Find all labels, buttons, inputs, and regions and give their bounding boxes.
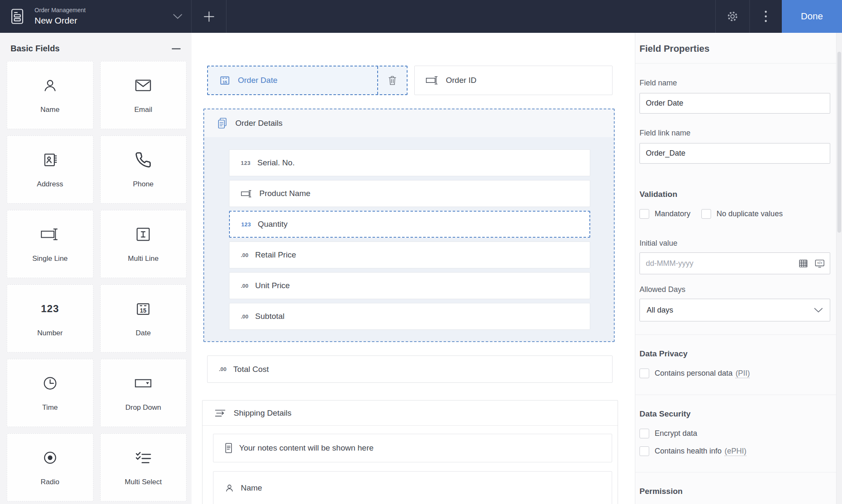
palette-multi-line-field[interactable]: Multi Line bbox=[100, 210, 187, 278]
palette-radio-field[interactable]: Radio bbox=[7, 433, 93, 501]
calendar-icon: 15 bbox=[219, 74, 231, 86]
subtotal-field[interactable]: .00 Subtotal bbox=[229, 303, 590, 330]
panel-title: Field Properties bbox=[639, 43, 830, 54]
name-field[interactable]: Name bbox=[213, 471, 612, 504]
order-details-body: 123 Serial. No. Product Name 123 Quantit… bbox=[204, 137, 614, 341]
palette-address-field[interactable]: Address bbox=[7, 135, 93, 204]
no-duplicate-label: No duplicate values bbox=[717, 210, 783, 218]
shipping-details-title: Shipping Details bbox=[234, 409, 291, 418]
data-privacy-options: Contains personal data (PII) bbox=[639, 369, 830, 378]
palette-email-field[interactable]: Email bbox=[100, 61, 187, 129]
delete-field-button[interactable] bbox=[378, 66, 407, 94]
single-line-icon bbox=[241, 189, 253, 198]
palette-single-line-field[interactable]: Single Line bbox=[7, 210, 93, 278]
person-icon bbox=[42, 76, 59, 95]
basic-fields-header[interactable]: Basic Fields bbox=[0, 33, 192, 61]
order-date-label: Order Date bbox=[238, 76, 277, 85]
order-details-section[interactable]: Order Details 123 Serial. No. Product Na… bbox=[203, 109, 615, 342]
radio-icon bbox=[42, 448, 59, 467]
shipping-details-header[interactable]: Shipping Details bbox=[203, 401, 618, 426]
unit-price-field[interactable]: .00 Unit Price bbox=[229, 272, 590, 299]
mandatory-checkbox[interactable] bbox=[639, 209, 649, 219]
palette-label: Name bbox=[40, 106, 59, 114]
order-details-title: Order Details bbox=[235, 119, 282, 128]
total-cost-field[interactable]: .00 Total Cost bbox=[207, 355, 613, 383]
shipping-details-section[interactable]: Shipping Details Your notes content will… bbox=[202, 400, 618, 504]
retail-price-field[interactable]: .00 Retail Price bbox=[229, 241, 590, 268]
product-name-field[interactable]: Product Name bbox=[229, 180, 590, 207]
no-duplicate-checkbox[interactable] bbox=[701, 209, 711, 219]
dropdown-box-icon bbox=[134, 374, 152, 393]
order-details-header[interactable]: Order Details bbox=[204, 109, 614, 138]
order-id-field[interactable]: Order ID bbox=[414, 66, 613, 95]
data-security-title: Data Security bbox=[639, 409, 830, 419]
chevron-down-icon[interactable] bbox=[173, 13, 183, 19]
field-link-name-input[interactable] bbox=[639, 143, 830, 164]
serial-no-field[interactable]: 123 Serial. No. bbox=[229, 149, 590, 176]
chevron-down-icon bbox=[814, 308, 823, 313]
divider bbox=[635, 63, 842, 64]
phone-icon bbox=[135, 151, 152, 169]
formula-code-icon[interactable]: </> bbox=[814, 258, 825, 268]
quantity-field[interactable]: 123 Quantity bbox=[229, 211, 590, 238]
palette-label: Single Line bbox=[32, 255, 68, 263]
done-button[interactable]: Done bbox=[782, 0, 842, 33]
collapse-minus-icon[interactable] bbox=[172, 48, 181, 50]
pii-checkbox[interactable] bbox=[639, 369, 649, 378]
field-name-input[interactable] bbox=[639, 93, 830, 114]
notes-placeholder-text: Your notes content will be shown here bbox=[239, 443, 373, 453]
allowed-days-value: All days bbox=[647, 306, 673, 315]
svg-text:15: 15 bbox=[223, 80, 227, 84]
scrollbar-thumb[interactable] bbox=[837, 52, 841, 233]
initial-value-wrap: </> bbox=[639, 252, 830, 274]
palette-date-field[interactable]: 15 Date bbox=[100, 284, 187, 353]
palette-phone-field[interactable]: Phone bbox=[100, 135, 187, 204]
health-info-option: Contains health info (ePHI) bbox=[639, 446, 830, 456]
field-link-name-label: Field link name bbox=[639, 129, 830, 138]
form-icon bbox=[10, 8, 24, 25]
palette-label: Multi Select bbox=[125, 478, 162, 486]
topbar-spacer bbox=[226, 0, 715, 33]
person-icon bbox=[224, 483, 234, 493]
field-name-label: Field name bbox=[639, 79, 830, 88]
fields-sidebar: Basic Fields Name Emai bbox=[0, 33, 192, 504]
address-book-icon bbox=[42, 151, 59, 169]
gear-icon bbox=[726, 10, 739, 23]
encrypt-checkbox[interactable] bbox=[639, 429, 649, 438]
palette-label: Number bbox=[37, 329, 63, 337]
settings-button[interactable] bbox=[716, 0, 749, 33]
panel-scrollbar[interactable] bbox=[836, 33, 842, 504]
form-builder-app: Order Management New Order bbox=[0, 0, 842, 504]
palette-label: Multi Line bbox=[128, 255, 159, 263]
palette-name-field[interactable]: Name bbox=[7, 61, 93, 129]
canvas-row-1: 15 Order Date bbox=[207, 66, 613, 95]
allowed-days-select[interactable]: All days bbox=[639, 299, 830, 321]
palette-label: Phone bbox=[133, 180, 154, 188]
app-switcher[interactable]: Order Management New Order bbox=[0, 0, 191, 33]
top-bar: Order Management New Order bbox=[0, 0, 842, 33]
calendar-picker-icon[interactable] bbox=[798, 258, 808, 268]
clock-icon bbox=[42, 374, 59, 393]
palette-label: Drop Down bbox=[125, 403, 161, 412]
health-checkbox[interactable] bbox=[639, 446, 649, 456]
number-123-icon: 123 bbox=[41, 300, 59, 318]
permission-title: Permission bbox=[639, 487, 830, 496]
subform-icon bbox=[216, 117, 228, 130]
palette-multi-select-field[interactable]: Multi Select bbox=[100, 433, 187, 501]
palette-dropdown-field[interactable]: Drop Down bbox=[100, 359, 187, 427]
order-date-field-selected[interactable]: 15 Order Date bbox=[207, 66, 408, 95]
more-menu-button[interactable] bbox=[750, 0, 782, 33]
multi-select-icon bbox=[134, 448, 152, 467]
notes-field[interactable]: Your notes content will be shown here bbox=[213, 434, 612, 462]
palette-time-field[interactable]: Time bbox=[7, 359, 93, 427]
order-date-field-body[interactable]: 15 Order Date bbox=[208, 66, 378, 94]
add-form-button[interactable] bbox=[192, 0, 226, 33]
number-123-icon: 123 bbox=[241, 221, 251, 228]
encrypt-data-option: Encrypt data bbox=[639, 429, 830, 438]
field-properties-panel: Field Properties Field name Field link n… bbox=[635, 33, 842, 504]
palette-number-field[interactable]: 123 Number bbox=[7, 284, 93, 353]
allowed-days-label: Allowed Days bbox=[639, 285, 830, 294]
decimal-icon: .00 bbox=[241, 252, 248, 258]
divider bbox=[635, 472, 842, 472]
divider bbox=[635, 334, 842, 335]
